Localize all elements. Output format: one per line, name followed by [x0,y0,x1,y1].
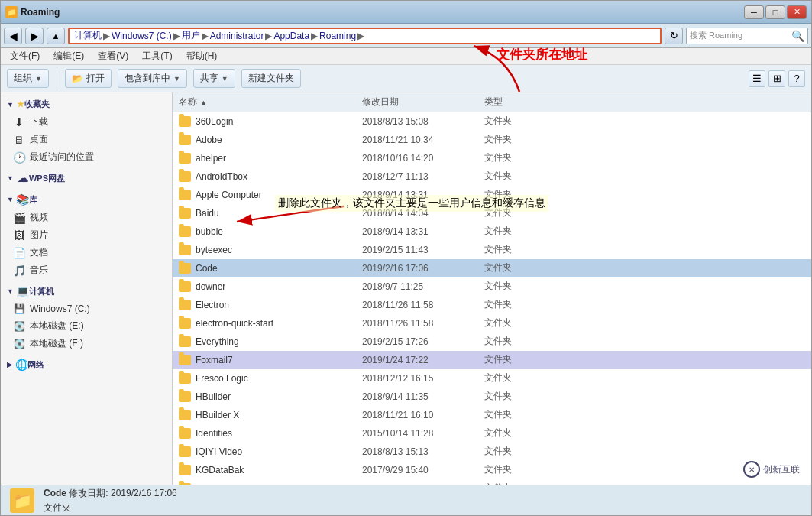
file-name-text: 360Login [196,116,233,127]
wps-header[interactable]: ▼ ☁ WPS网盘 [1,169,172,187]
sidebar-item-windows7-c[interactable]: 💾 Windows7 (C:) [1,300,172,317]
file-name-cell: Adobe [179,135,362,145]
toolbar-separator-1 [57,70,57,88]
table-row[interactable]: 360Login2018/8/13 15:08文件夹 [173,112,811,131]
table-row[interactable]: Adobe2018/11/21 10:34文件夹 [173,131,811,149]
path-segment-roaming[interactable]: Roaming [319,31,356,41]
window-icon: 📁 [5,6,18,18]
folder-icon [179,355,191,365]
address-bar: ◀ ▶ ▲ 计算机 ▶ Windows7 (C:) ▶ 用户 ▶ Adminis… [1,24,811,48]
file-date-cell: 2019/2/15 11:43 [362,245,484,255]
file-list[interactable]: 360Login2018/8/13 15:08文件夹Adobe2018/11/2… [173,112,811,485]
back-button[interactable]: ◀ [4,28,22,44]
view-details-button[interactable]: ☰ [749,70,765,87]
network-header[interactable]: ▶ 🌐 网络 [1,355,172,374]
file-name-cell: Foxmail7 [179,355,362,365]
file-date-cell: 2018/8/14 14:04 [362,208,484,219]
path-segment-appdata[interactable]: AppData [273,31,309,41]
table-row[interactable]: IQIYI Video2018/8/13 15:13文件夹 [173,443,811,461]
sidebar-item-download[interactable]: ⬇ 下载 [1,113,172,131]
favorites-header[interactable]: ▼ ★ 收藏夹 [1,96,172,113]
file-name-cell: Code [179,263,362,274]
table-row[interactable]: Apple Computer2018/9/14 13:31文件夹 [173,186,811,204]
search-input[interactable]: 搜索 Roaming [690,30,788,41]
search-icon[interactable]: 🔍 [791,29,804,43]
table-row[interactable]: Baidu2018/8/14 14:04文件夹 [173,204,811,222]
table-row[interactable]: Foxmail72019/1/24 17:22文件夹 [173,351,811,369]
table-row[interactable]: AndroidTbox2018/12/7 11:13文件夹 [173,167,811,186]
organize-button[interactable]: 组织 ▼ [7,69,49,88]
table-row[interactable]: KGDataBak2017/9/29 15:40文件夹 [173,461,811,479]
file-name-text: IQIYI Video [196,446,242,457]
col-name-label: 名称 [179,96,197,109]
sidebar-item-music[interactable]: 🎵 音乐 [1,261,172,279]
path-segment-admin[interactable]: Administrator [210,31,264,41]
sidebar-item-desktop[interactable]: 🖥 桌面 [1,131,172,148]
menu-help[interactable]: 帮助(H) [180,48,224,64]
wps-label: WPS网盘 [29,173,65,184]
folder-icon [179,483,191,485]
sidebar-item-video[interactable]: 🎬 视频 [1,209,172,226]
open-button[interactable]: 📂 打开 [65,69,112,88]
status-name-line: Code 修改日期: 2019/2/16 17:06 [44,487,177,500]
table-row[interactable]: Fresco Logic2018/12/12 16:15文件夹 [173,369,811,388]
path-segment-drive[interactable]: Windows7 (C:) [112,31,172,41]
table-row[interactable]: byteexec2019/2/15 11:43文件夹 [173,241,811,259]
search-box[interactable]: 搜索 Roaming 🔍 [686,28,808,44]
file-name-cell: Everything [179,336,362,347]
refresh-button[interactable]: ↻ [665,28,683,44]
table-row[interactable]: ahelper2018/10/16 14:20文件夹 [173,149,811,167]
sidebar-item-pictures-label: 图片 [30,229,48,242]
folder-icon [179,171,191,182]
table-row[interactable]: kingsoft2019/1/2 16:50文件夹 [173,479,811,485]
forward-button[interactable]: ▶ [25,28,44,44]
computer-header[interactable]: ▼ 💻 计算机 [1,282,172,300]
wps-section: ▼ ☁ WPS网盘 [1,169,172,187]
close-button[interactable]: ✕ [787,5,807,19]
pictures-icon: 🖼 [13,229,25,242]
sidebar-item-recent[interactable]: 🕐 最近访问的位置 [1,148,172,166]
address-path[interactable]: 计算机 ▶ Windows7 (C:) ▶ 用户 ▶ Administrator… [68,28,662,44]
table-row[interactable]: downer2018/9/7 11:25文件夹 [173,277,811,296]
minimize-button[interactable]: ─ [744,5,764,19]
folder-icon [179,226,191,237]
view-large-button[interactable]: ⊞ [768,70,785,87]
menu-file[interactable]: 文件(F) [4,48,46,64]
sidebar-item-documents[interactable]: 📄 文档 [1,244,172,261]
file-type-cell: 文件夹 [484,390,561,403]
table-row[interactable]: bubble2018/9/14 13:31文件夹 [173,222,811,241]
include-library-button[interactable]: 包含到库中 ▼ [118,69,187,88]
menu-tools[interactable]: 工具(T) [136,48,178,64]
table-row[interactable]: HBuilder X2018/11/21 16:10文件夹 [173,406,811,424]
open-label: 打开 [86,72,105,85]
library-header[interactable]: ▼ 📚 库 [1,190,172,209]
sidebar-item-pictures[interactable]: 🖼 图片 [1,226,172,244]
column-header-date[interactable]: 修改日期 [362,96,484,109]
maximize-button[interactable]: □ [765,5,785,19]
up-button[interactable]: ▲ [47,28,65,44]
computer-section: ▼ 💻 计算机 💾 Windows7 (C:) 💽 本地磁盘 (E:) 💽 本地… [1,282,172,352]
table-row[interactable]: Electron2018/11/26 11:58文件夹 [173,296,811,314]
menu-view[interactable]: 查看(V) [92,48,134,64]
table-row[interactable]: Everything2019/2/15 17:26文件夹 [173,333,811,351]
path-segment-computer[interactable]: 计算机 [74,29,102,42]
file-name-text: Apple Computer [196,190,262,200]
table-row[interactable]: Code2019/2/16 17:06文件夹 [173,259,811,277]
toolbar: 组织 ▼ 📂 打开 包含到库中 ▼ 共享 ▼ 新建文件夹 ☰ ⊞ ? [1,65,811,92]
column-header-name[interactable]: 名称 ▲ [179,96,362,109]
table-row[interactable]: electron-quick-start2018/11/26 11:58文件夹 [173,314,811,333]
path-segment-users[interactable]: 用户 [182,29,200,42]
file-date-cell: 2015/10/14 11:28 [362,428,484,439]
menu-edit[interactable]: 编辑(E) [47,48,90,64]
favorites-expand-icon: ▼ [7,101,14,109]
network-icon: 🌐 [15,359,27,371]
share-button[interactable]: 共享 ▼ [193,69,235,88]
help-button[interactable]: ? [788,70,805,87]
sidebar-item-local-e[interactable]: 💽 本地磁盘 (E:) [1,317,172,335]
table-row[interactable]: Identities2015/10/14 11:28文件夹 [173,424,811,443]
file-name-text: Baidu [196,208,219,219]
table-row[interactable]: HBuilder2018/9/14 11:35文件夹 [173,388,811,406]
sidebar-item-local-f[interactable]: 💽 本地磁盘 (F:) [1,335,172,352]
column-header-type[interactable]: 类型 [484,96,561,109]
new-folder-button[interactable]: 新建文件夹 [241,69,301,88]
